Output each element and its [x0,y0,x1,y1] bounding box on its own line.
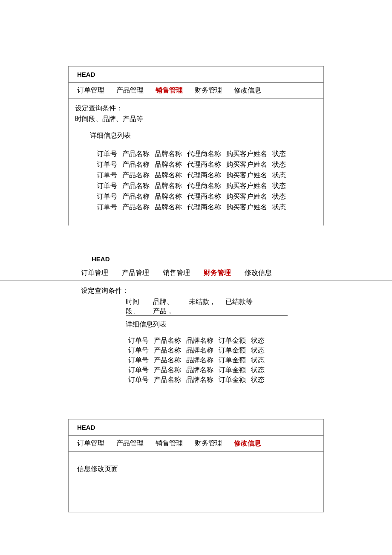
table-cell: 品牌名称 [152,159,184,170]
table-cell: 产品名称 [120,149,152,159]
table-row: 订单号产品名称品牌名称代理商名称购买客户姓名状态 [94,159,288,170]
nav-modify[interactable]: 修改信息 [234,439,261,448]
table-cell: 订单金额 [216,336,248,346]
table-row: 订单号产品名称品牌名称代理商名称购买客户姓名状态 [94,181,288,191]
table-cell: 代理商名称 [184,181,224,191]
nav-products[interactable]: 产品管理 [122,269,149,278]
table-cell: 购买客户姓名 [224,191,270,202]
query-conditions: 时间段、品牌、产品等 [75,115,317,124]
table-cell: 代理商名称 [184,202,224,213]
table-cell: 购买客户姓名 [224,202,270,213]
nav-sales[interactable]: 销售管理 [156,439,183,448]
table-cell: 状态 [270,181,288,191]
table-cell: 订单号 [94,149,120,159]
table-cell: 产品名称 [120,159,152,170]
table-cell: 产品名称 [120,191,152,202]
table-cell: 状态 [248,346,267,356]
panel-head: HEAD [69,66,323,83]
table-cell: 产品名称 [151,336,184,346]
table-cell: 品牌名称 [184,346,216,356]
table-cell: 订单号 [94,159,120,170]
panel-head: HEAD [68,251,324,267]
table-cell: 代理商名称 [184,159,224,170]
table-cell: 订单金额 [216,375,248,385]
table-cell: 品牌名称 [184,365,216,375]
cond-unpaid: 未结款， [189,297,216,315]
panel-finance: HEAD 订单管理 产品管理 销售管理 财务管理 修改信息 设定查询条件： 时间… [68,251,324,398]
table-cell: 产品名称 [120,181,152,191]
table-cell: 代理商名称 [184,191,224,202]
table-cell: 状态 [248,336,267,346]
query-title: 设定查询条件： [75,104,317,113]
table-cell: 订单金额 [216,365,248,375]
table-cell: 订单号 [126,336,151,346]
table-cell: 产品名称 [120,170,152,181]
query-title: 设定查询条件： [81,286,315,295]
table-cell: 品牌名称 [152,181,184,191]
nav-orders[interactable]: 订单管理 [81,269,108,278]
table-row: 订单号产品名称品牌名称代理商名称购买客户姓名状态 [94,149,288,159]
nav-orders[interactable]: 订单管理 [77,86,104,95]
table-cell: 品牌名称 [184,375,216,385]
table-cell: 产品名称 [151,356,184,365]
nav-modify[interactable]: 修改信息 [245,269,272,278]
table-row: 订单号产品名称品牌名称订单金额状态 [126,336,267,346]
table-cell: 订单号 [94,181,120,191]
panel-body: 设定查询条件： 时间段、 品牌、产品， 未结款， 已结款等 详细信息列表 订单号… [68,280,324,398]
nav-sales[interactable]: 销售管理 [163,269,190,278]
table-row: 订单号产品名称品牌名称订单金额状态 [126,365,267,375]
nav-orders[interactable]: 订单管理 [77,439,104,448]
table-cell: 代理商名称 [184,170,224,181]
table-row: 订单号产品名称品牌名称代理商名称购买客户姓名状态 [94,202,288,213]
cond-brand-product: 品牌、产品， [153,297,179,315]
table-cell: 产品名称 [120,202,152,213]
table-cell: 产品名称 [151,375,184,385]
detail-table: 订单号产品名称品牌名称代理商名称购买客户姓名状态订单号产品名称品牌名称代理商名称… [94,149,288,213]
panel-sales: HEAD 订单管理 产品管理 销售管理 财务管理 修改信息 设定查询条件： 时间… [68,66,324,225]
table-cell: 订单号 [126,365,151,375]
nav-bar: 订单管理 产品管理 销售管理 财务管理 修改信息 [69,83,323,99]
table-cell: 品牌名称 [152,191,184,202]
panel-modify: HEAD 订单管理 产品管理 销售管理 财务管理 修改信息 信息修改页面 [68,419,324,512]
nav-finance[interactable]: 财务管理 [195,439,222,448]
table-cell: 品牌名称 [184,356,216,365]
table-cell: 购买客户姓名 [224,181,270,191]
table-cell: 品牌名称 [152,170,184,181]
cond-time: 时间段、 [126,297,144,315]
table-cell: 产品名称 [151,346,184,356]
table-cell: 订单号 [94,202,120,213]
table-cell: 订单号 [94,191,120,202]
nav-modify[interactable]: 修改信息 [234,86,261,95]
table-cell: 状态 [270,170,288,181]
nav-sales[interactable]: 销售管理 [156,86,183,95]
nav-bar: 订单管理 产品管理 销售管理 财务管理 修改信息 [69,436,323,452]
nav-finance[interactable]: 财务管理 [195,86,222,95]
nav-finance[interactable]: 财务管理 [204,269,231,278]
detail-table: 订单号产品名称品牌名称订单金额状态订单号产品名称品牌名称订单金额状态订单号产品名… [126,336,267,385]
detail-list-title: 详细信息列表 [126,320,315,329]
table-cell: 产品名称 [151,365,184,375]
table-cell: 订单金额 [216,356,248,365]
table-row: 订单号产品名称品牌名称代理商名称购买客户姓名状态 [94,170,288,181]
table-cell: 状态 [270,202,288,213]
table-row: 订单号产品名称品牌名称代理商名称购买客户姓名状态 [94,191,288,202]
table-row: 订单号产品名称品牌名称订单金额状态 [126,356,267,365]
table-cell: 订单号 [126,375,151,385]
table-row: 订单号产品名称品牌名称订单金额状态 [126,346,267,356]
nav-products[interactable]: 产品管理 [116,86,144,95]
panel-body: 设定查询条件： 时间段、品牌、产品等 详细信息列表 订单号产品名称品牌名称代理商… [69,99,323,225]
panel-head: HEAD [69,419,323,436]
modify-page-text: 信息修改页面 [77,465,118,472]
table-cell: 购买客户姓名 [224,149,270,159]
table-cell: 品牌名称 [152,202,184,213]
table-cell: 状态 [270,191,288,202]
table-cell: 代理商名称 [184,149,224,159]
detail-list-title: 详细信息列表 [90,131,317,140]
table-cell: 状态 [270,159,288,170]
nav-products[interactable]: 产品管理 [116,439,144,448]
table-cell: 订单号 [126,356,151,365]
table-cell: 订单号 [126,346,151,356]
table-cell: 购买客户姓名 [224,159,270,170]
table-cell: 状态 [248,356,267,365]
table-cell: 状态 [270,149,288,159]
